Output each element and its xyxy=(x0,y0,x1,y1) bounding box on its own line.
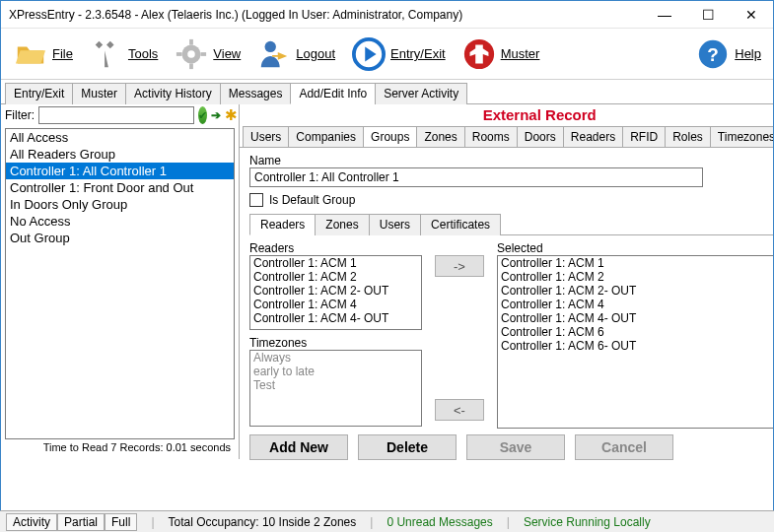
inner-tab-certificates[interactable]: Certificates xyxy=(420,214,501,235)
gear-icon xyxy=(174,36,209,72)
file-button[interactable]: File xyxy=(9,34,77,74)
list-item[interactable]: Controller 1: ACM 1 xyxy=(498,256,774,270)
timezones-label: Timezones xyxy=(249,336,422,350)
view-label: View xyxy=(213,46,241,61)
filter-input[interactable] xyxy=(38,106,194,124)
maximize-button[interactable]: ☐ xyxy=(686,1,730,29)
list-item[interactable]: Controller 1: ACM 6- OUT xyxy=(498,339,774,353)
list-item[interactable]: Controller 1: Front Door and Out xyxy=(6,179,234,196)
inner-tab-users[interactable]: Users xyxy=(369,214,421,235)
name-label: Name xyxy=(249,154,774,167)
muster-button[interactable]: Muster xyxy=(457,34,544,74)
star-icon[interactable]: ✱ xyxy=(225,106,238,124)
titlebar: XPressEntry - 2.3.6548 - Alex (Telaeris … xyxy=(1,1,773,29)
list-item[interactable]: Test xyxy=(250,378,421,392)
muster-label: Muster xyxy=(501,46,540,61)
detail-tab-groups[interactable]: Groups xyxy=(363,126,417,147)
name-field[interactable] xyxy=(249,167,703,187)
list-item[interactable]: Controller 1: All Controller 1 xyxy=(6,163,234,179)
main-tabs: Entry/ExitMusterActivity HistoryMessages… xyxy=(1,80,773,104)
timezones-listbox[interactable]: Alwaysearly to lateTest xyxy=(249,350,422,427)
status-bar: Activity Partial Full | Total Occupancy:… xyxy=(0,510,774,532)
help-button[interactable]: ? Help xyxy=(691,34,765,74)
status-full-button[interactable]: Full xyxy=(105,513,137,531)
entryexit-button[interactable]: Entry/Exit xyxy=(347,34,450,74)
unread-messages-label: 0 Unread Messages xyxy=(387,515,492,529)
list-item[interactable]: early to late xyxy=(250,365,421,378)
help-label: Help xyxy=(735,46,761,61)
selected-label: Selected xyxy=(497,241,774,255)
list-item[interactable]: Controller 1: ACM 6 xyxy=(498,325,774,339)
list-item[interactable]: All Access xyxy=(6,129,234,146)
main-tab-activity-history[interactable]: Activity History xyxy=(125,83,221,104)
list-item[interactable]: In Doors Only Group xyxy=(6,196,234,213)
svg-text:?: ? xyxy=(707,43,719,64)
status-activity-button[interactable]: Activity xyxy=(6,513,57,531)
readers-listbox[interactable]: Controller 1: ACM 1Controller 1: ACM 2Co… xyxy=(249,255,422,330)
default-group-label: Is Default Group xyxy=(269,193,355,207)
group-list[interactable]: All AccessAll Readers GroupController 1:… xyxy=(5,128,235,439)
save-button[interactable]: Save xyxy=(466,434,565,460)
add-new-button[interactable]: Add New xyxy=(249,434,348,460)
close-button[interactable]: ✕ xyxy=(730,1,773,29)
list-item[interactable]: Controller 1: ACM 4- OUT xyxy=(498,311,774,325)
occupancy-label: Total Occupancy: 10 Inside 2 Zones xyxy=(169,515,357,529)
apply-filter-icon[interactable]: ✔ xyxy=(198,106,207,124)
main-tab-muster[interactable]: Muster xyxy=(72,83,126,104)
tools-button[interactable]: Tools xyxy=(85,34,162,74)
inner-tab-zones[interactable]: Zones xyxy=(315,214,369,235)
list-item[interactable]: Controller 1: ACM 4 xyxy=(250,298,421,311)
list-item[interactable]: Controller 1: ACM 4 xyxy=(498,298,774,311)
detail-tab-rfid[interactable]: RFID xyxy=(622,126,666,147)
view-button[interactable]: View xyxy=(170,34,245,74)
list-item[interactable]: Controller 1: ACM 2 xyxy=(250,270,421,284)
default-group-checkbox[interactable] xyxy=(249,193,263,207)
external-record-heading: External Record xyxy=(240,104,774,125)
svg-rect-3 xyxy=(189,63,193,69)
list-item[interactable]: Controller 1: ACM 2- OUT xyxy=(250,284,421,298)
detail-tab-readers[interactable]: Readers xyxy=(563,126,623,147)
minimize-button[interactable]: — xyxy=(643,1,686,29)
list-item[interactable]: All Readers Group xyxy=(6,146,234,163)
status-partial-button[interactable]: Partial xyxy=(57,513,105,531)
detail-tab-users[interactable]: Users xyxy=(243,126,289,147)
folder-icon xyxy=(13,36,48,72)
detail-tabs: UsersCompaniesGroupsZonesRoomsDoorsReade… xyxy=(243,125,774,147)
main-tab-messages[interactable]: Messages xyxy=(220,83,292,104)
filter-label: Filter: xyxy=(5,108,35,122)
detail-tab-doors[interactable]: Doors xyxy=(517,126,564,147)
main-toolbar: File Tools View Logout Entry/Exit Muster… xyxy=(1,29,773,80)
add-to-selected-button[interactable]: -> xyxy=(435,255,484,277)
window-title: XPressEntry - 2.3.6548 - Alex (Telaeris … xyxy=(9,8,643,22)
right-pane: External Record UsersCompaniesGroupsZone… xyxy=(240,104,774,459)
list-item[interactable]: No Access xyxy=(6,213,234,230)
help-icon: ? xyxy=(695,36,731,72)
detail-tab-roles[interactable]: Roles xyxy=(665,126,711,147)
main-tab-add-edit-info[interactable]: Add/Edit Info xyxy=(290,83,376,104)
list-item[interactable]: Out Group xyxy=(6,230,234,246)
detail-tab-companies[interactable]: Companies xyxy=(288,126,364,147)
inner-tab-readers[interactable]: Readers xyxy=(249,214,316,235)
left-pane: Filter: ✔ ➔ ✱ All AccessAll Readers Grou… xyxy=(1,104,240,459)
next-icon[interactable]: ➔ xyxy=(211,106,221,124)
cancel-button[interactable]: Cancel xyxy=(575,434,673,460)
read-time-label: Time to Read 7 Records: 0.01 seconds xyxy=(5,439,235,455)
remove-from-selected-button[interactable]: <- xyxy=(435,399,484,421)
list-item[interactable]: Controller 1: ACM 2 xyxy=(498,270,774,284)
readers-label: Readers xyxy=(249,241,422,255)
logout-icon xyxy=(256,36,292,72)
detail-tab-zones[interactable]: Zones xyxy=(416,126,464,147)
main-tab-server-activity[interactable]: Server Activity xyxy=(375,83,467,104)
detail-tab-rooms[interactable]: Rooms xyxy=(464,126,518,147)
logout-button[interactable]: Logout xyxy=(252,34,339,74)
service-status-label: Service Running Locally xyxy=(524,515,651,529)
list-item[interactable]: Controller 1: ACM 4- OUT xyxy=(250,311,421,325)
selected-listbox[interactable]: Controller 1: ACM 1Controller 1: ACM 2Co… xyxy=(497,255,774,429)
delete-button[interactable]: Delete xyxy=(358,434,457,460)
list-item[interactable]: Controller 1: ACM 1 xyxy=(250,256,421,270)
svg-rect-5 xyxy=(201,52,207,56)
main-tab-entry-exit[interactable]: Entry/Exit xyxy=(5,83,73,104)
detail-tab-timezones[interactable]: Timezones xyxy=(710,126,774,147)
list-item[interactable]: Controller 1: ACM 2- OUT xyxy=(498,284,774,298)
list-item[interactable]: Always xyxy=(250,351,421,365)
